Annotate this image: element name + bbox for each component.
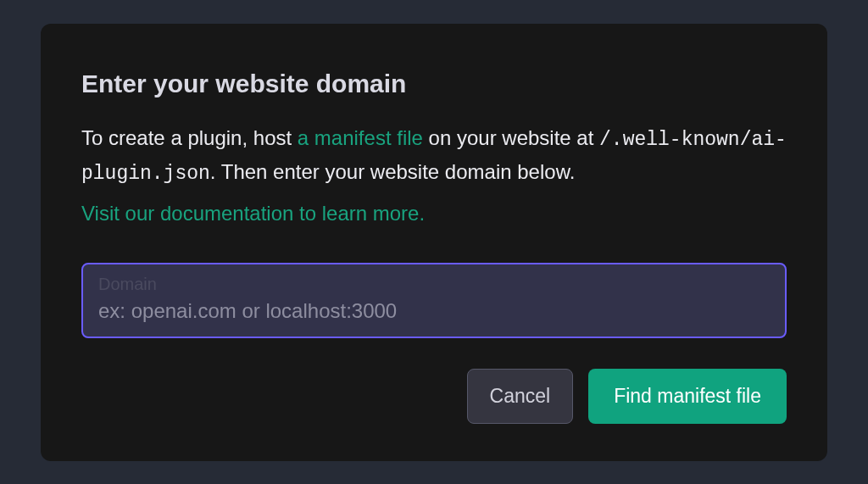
find-manifest-button[interactable]: Find manifest file [588, 369, 787, 424]
documentation-link[interactable]: Visit our documentation to learn more. [81, 198, 425, 229]
domain-input-label: Domain [98, 275, 770, 294]
domain-input-wrapper[interactable]: Domain [81, 263, 787, 338]
description-text-pre: To create a plugin, host [81, 126, 298, 149]
domain-input[interactable] [98, 299, 770, 323]
dialog-button-row: Cancel Find manifest file [81, 369, 787, 424]
enter-domain-dialog: Enter your website domain To create a pl… [41, 24, 827, 461]
manifest-file-link[interactable]: a manifest file [298, 126, 423, 149]
description-text-post: . Then enter your website domain below. [210, 160, 575, 183]
dialog-title: Enter your website domain [81, 70, 787, 98]
dialog-description: To create a plugin, host a manifest file… [81, 122, 787, 190]
cancel-button[interactable]: Cancel [467, 369, 574, 424]
description-text-mid: on your website at [423, 126, 599, 149]
